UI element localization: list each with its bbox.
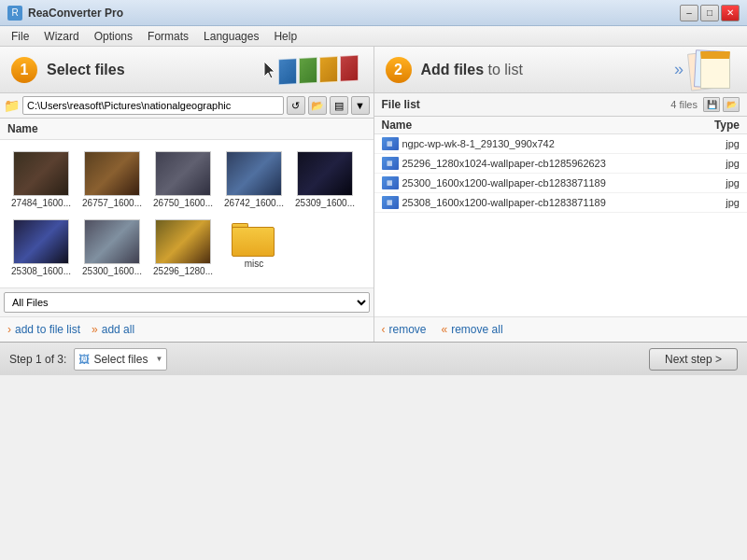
add-to-list-label: add to file list — [15, 323, 80, 336]
folder-item-misc[interactable]: misc — [220, 216, 288, 280]
menu-languages[interactable]: Languages — [196, 28, 266, 45]
filter-select[interactable]: All Files — [4, 292, 370, 313]
list-item-3[interactable]: ▦ 25300_1600x1200-wallpaper-cb1283871189… — [374, 174, 748, 193]
left-panel: 📁 ↺ 📂 ▤ ▼ Name 27484_1600... 26757_1600.… — [0, 93, 374, 342]
file-item-8[interactable]: 25296_1280... — [149, 216, 217, 280]
title-bar: R ReaConverter Pro – □ ✕ — [0, 0, 747, 26]
address-input[interactable] — [22, 96, 284, 115]
thumbnail-7 — [84, 219, 140, 264]
list-item-4[interactable]: ▦ 25308_1600x1200-wallpaper-cb1283871189… — [374, 193, 748, 213]
file-list-columns: Name Type — [374, 117, 748, 134]
step1-header: 1 Select files — [0, 47, 374, 92]
menu-formats[interactable]: Formats — [140, 28, 196, 45]
file-item-6[interactable]: 25308_1600... — [7, 216, 75, 280]
menu-bar: File Wizard Options Formats Languages He… — [0, 26, 747, 47]
close-button[interactable]: ✕ — [721, 5, 740, 21]
remove-buttons: ‹ remove « remove all — [374, 316, 748, 342]
file-type-1: jpg — [693, 138, 740, 149]
thumbnail-3 — [155, 151, 211, 196]
browse-button[interactable]: 📂 — [308, 96, 327, 115]
view-button[interactable]: ▤ — [330, 96, 348, 115]
file-item-1[interactable]: 27484_1600... — [7, 147, 75, 212]
file-label-5: 25309_1600... — [295, 198, 355, 208]
add-buttons: › add to file list » add all — [0, 316, 374, 342]
next-step-button[interactable]: Next step > — [649, 348, 738, 371]
window-controls: – □ ✕ — [680, 5, 740, 21]
file-label-6: 25308_1600... — [11, 266, 71, 276]
folder-graphic — [232, 219, 276, 257]
maximize-button[interactable]: □ — [700, 5, 719, 21]
file-type-3: jpg — [693, 177, 740, 189]
add-all-label: add all — [102, 323, 134, 336]
left-column-header: Name — [0, 119, 374, 140]
file-name-4: 25308_1600x1200-wallpaper-cb1283871189 — [402, 197, 694, 208]
minimize-button[interactable]: – — [680, 5, 698, 21]
collage-item-1 — [278, 58, 297, 85]
thumbnail-5 — [297, 151, 353, 196]
menu-wizard[interactable]: Wizard — [36, 28, 86, 45]
file-icon-2: ▦ — [382, 157, 399, 170]
folder-body — [232, 227, 275, 257]
file-label-7: 25300_1600... — [82, 266, 142, 276]
list-item-2[interactable]: ▦ 25296_1280x1024-wallpaper-cb1285962623… — [374, 154, 748, 174]
add-all-button[interactable]: » add all — [92, 323, 134, 336]
step-of-label: Step 1 of 3: — [9, 353, 66, 366]
refresh-button[interactable]: ↺ — [287, 96, 305, 115]
file-list-items[interactable]: ▦ ngpc-wp-wk-8-1_29130_990x742 jpg ▦ 252… — [374, 134, 748, 316]
list-item-1[interactable]: ▦ ngpc-wp-wk-8-1_29130_990x742 jpg — [374, 134, 748, 154]
file-label-4: 26742_1600... — [224, 198, 284, 208]
list-page-3 — [700, 51, 730, 89]
step2-number: 2 — [386, 57, 412, 83]
dropdown-arrow-icon: ▼ — [155, 355, 162, 363]
file-name-2: 25296_1280x1024-wallpaper-cb1285962623 — [402, 158, 694, 169]
window-title: ReaConverter Pro — [28, 7, 680, 20]
file-item-5[interactable]: 25309_1600... — [291, 147, 359, 212]
file-icon-4: ▦ — [382, 196, 399, 209]
load-list-button[interactable]: 📂 — [723, 97, 740, 112]
file-label-8: 25296_1280... — [153, 266, 213, 276]
file-name-1: ngpc-wp-wk-8-1_29130_990x742 — [402, 138, 694, 149]
right-panel: File list 4 files 💾 📂 Name Type ▦ ngpc-w… — [374, 93, 748, 342]
double-arrow-icon: » — [674, 60, 684, 79]
menu-help[interactable]: Help — [266, 28, 304, 45]
file-item-3[interactable]: 26750_1600... — [149, 147, 217, 212]
file-grid[interactable]: 27484_1600... 26757_1600... 26750_1600..… — [0, 140, 374, 287]
step-headers: 1 Select files 2 Add files to list » — [0, 47, 747, 93]
file-item-2[interactable]: 26757_1600... — [78, 147, 146, 212]
add-to-list-button[interactable]: › add to file list — [7, 323, 80, 336]
file-name-3: 25300_1600x1200-wallpaper-cb1283871189 — [402, 177, 694, 189]
file-label-1: 27484_1600... — [11, 198, 71, 208]
file-item-7[interactable]: 25300_1600... — [78, 216, 146, 280]
cursor-icon — [261, 60, 278, 80]
file-label-3: 26750_1600... — [153, 198, 213, 208]
remove-button[interactable]: ‹ remove — [382, 323, 427, 336]
remove-label: remove — [389, 323, 427, 336]
folder-icon: 📁 — [4, 98, 20, 113]
collage-item-3 — [319, 55, 338, 82]
remove-all-button[interactable]: « remove all — [442, 323, 503, 336]
remove-arrow-icon: ‹ — [382, 323, 386, 336]
thumbnail-1 — [13, 151, 69, 196]
menu-file[interactable]: File — [4, 28, 36, 45]
menu-options[interactable]: Options — [87, 28, 140, 45]
step2-arrow: » — [674, 50, 736, 90]
collage-item-4 — [340, 54, 359, 81]
file-icon-1: ▦ — [382, 137, 399, 150]
address-bar: 📁 ↺ 📂 ▤ ▼ — [0, 93, 374, 119]
step-dropdown[interactable]: 🖼 Select files ▼ — [74, 348, 167, 371]
file-item-4[interactable]: 26742_1600... — [220, 147, 288, 212]
collage-item-2 — [299, 57, 317, 84]
file-label-2: 26757_1600... — [82, 198, 142, 208]
file-list-title: File list — [382, 98, 420, 111]
step2-title-normal: to list — [484, 62, 523, 77]
step1-title: Select files — [47, 62, 125, 78]
col-name-header: Name — [382, 119, 694, 132]
view-dropdown[interactable]: ▼ — [351, 96, 370, 115]
col-type-header: Type — [693, 119, 740, 132]
file-type-4: jpg — [693, 197, 740, 208]
save-list-button[interactable]: 💾 — [703, 97, 720, 112]
panels: 📁 ↺ 📂 ▤ ▼ Name 27484_1600... 26757_1600.… — [0, 93, 747, 342]
file-list-toolbar: 💾 📂 — [703, 97, 740, 112]
step-dropdown-text: Select files — [93, 353, 148, 366]
app-icon: R — [7, 6, 22, 21]
